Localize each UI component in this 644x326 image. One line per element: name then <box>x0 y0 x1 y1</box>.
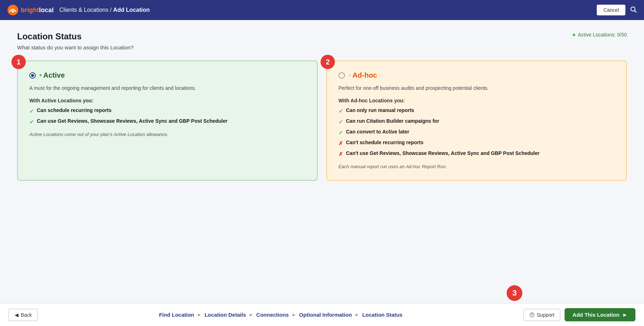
app-header: brightlocal Clients & Locations / Add Lo… <box>0 0 644 20</box>
feature-text: Can use Get Reviews, Showcase Reviews, A… <box>37 118 228 125</box>
feature-text: Can only run manual reports <box>346 107 414 114</box>
chevron-icon-1: ► <box>197 312 202 317</box>
wizard-step-location-status[interactable]: Location Status <box>362 312 402 318</box>
breadcrumb-prefix: Clients & Locations / <box>59 7 113 13</box>
chevron-icon-3: ► <box>292 312 296 317</box>
step-badge-3: 3 <box>507 285 522 301</box>
wizard-step-find-location[interactable]: Find Location <box>159 312 194 318</box>
step-badge-1: 1 <box>11 55 26 69</box>
cancel-button[interactable]: Cancel <box>597 5 625 15</box>
chevron-icon-4: ► <box>355 312 360 317</box>
svg-line-3 <box>635 11 636 12</box>
active-location-card[interactable]: 1 •Active A must for the ongoing managem… <box>17 60 318 181</box>
footer-right: Support Add This Location ► <box>523 308 635 321</box>
chevron-icon-2: ► <box>249 312 253 317</box>
radio-inner <box>31 74 34 77</box>
list-item: ✓ Can only run manual reports <box>338 107 615 115</box>
footer: ◀ Back Find Location ► Location Details … <box>0 303 644 326</box>
breadcrumb-current: Add Location <box>113 7 150 13</box>
logo: brightlocal <box>7 4 54 16</box>
list-item: ✓ Can run Citation Builder campaigns for <box>338 118 615 126</box>
active-card-note: Active Locations come out of your plan's… <box>29 131 306 138</box>
active-radio[interactable] <box>29 72 36 79</box>
list-item: ✗ Can't use Get Reviews, Showcase Review… <box>338 150 615 158</box>
active-locations-badge: ● Active Locations: 0/50 <box>572 31 627 38</box>
adhoc-card-header: ◦Ad-hoc <box>338 71 615 79</box>
active-feature-list: ✓ Can schedule recurring reports ✓ Can u… <box>29 107 306 126</box>
adhoc-radio[interactable] <box>338 72 345 79</box>
logo-brand: brightlocal <box>21 6 54 14</box>
back-label: Back <box>21 312 32 318</box>
check-icon: ✓ <box>338 129 343 136</box>
wizard-step-location-details[interactable]: Location Details <box>205 312 246 318</box>
feature-text: Can convert to Active later <box>346 128 409 136</box>
cross-icon: ✗ <box>338 140 343 147</box>
list-item: ✓ Can use Get Reviews, Showcase Reviews,… <box>29 118 306 126</box>
adhoc-card-title: ◦Ad-hoc <box>348 71 377 79</box>
adhoc-feature-list: ✓ Can only run manual reports ✓ Can run … <box>338 107 615 158</box>
feature-text: Can't schedule recurring reports <box>346 139 424 146</box>
back-arrow-icon: ◀ <box>15 312 19 318</box>
page-subtitle: What status do you want to assign this L… <box>17 44 133 50</box>
wizard-step-optional-info[interactable]: Optional Information <box>299 312 352 318</box>
list-item: ✓ Can convert to Active later <box>338 128 615 136</box>
list-item: ✗ Can't schedule recurring reports <box>338 139 615 147</box>
active-with-label: With Active Locations you: <box>29 98 306 103</box>
add-this-location-button[interactable]: Add This Location ► <box>565 308 635 321</box>
svg-point-1 <box>12 10 14 13</box>
active-card-header: •Active <box>29 71 306 79</box>
wizard-steps: Find Location ► Location Details ► Conne… <box>159 312 402 318</box>
support-label: Support <box>537 312 554 318</box>
cross-icon: ✗ <box>338 150 343 158</box>
adhoc-dot-prefix: ◦ <box>348 71 351 79</box>
breadcrumb: Clients & Locations / Add Location <box>59 7 150 13</box>
active-dot-prefix: • <box>39 71 42 79</box>
check-icon: ✓ <box>338 118 343 126</box>
add-location-label: Add This Location <box>572 312 619 318</box>
list-item: ✓ Can schedule recurring reports <box>29 107 306 115</box>
wizard-step-connections[interactable]: Connections <box>256 312 289 318</box>
search-icon <box>630 6 637 13</box>
feature-text: Can run Citation Builder campaigns for <box>346 118 439 125</box>
adhoc-card-desc: Perfect for one-off business audits and … <box>338 84 615 92</box>
active-card-title: •Active <box>39 71 65 79</box>
adhoc-card-note: Each manual report run uses an Ad-hoc Re… <box>338 164 615 170</box>
adhoc-with-label: With Ad-hoc Locations you: <box>338 98 615 103</box>
feature-text: Can't use Get Reviews, Showcase Reviews,… <box>346 150 540 157</box>
step-badge-2: 2 <box>321 55 335 69</box>
search-button[interactable] <box>630 6 637 15</box>
title-row: Location Status What status do you want … <box>17 31 627 58</box>
active-card-desc: A must for the ongoing management and re… <box>29 84 306 92</box>
question-icon <box>530 312 535 317</box>
check-icon: ✓ <box>29 107 34 115</box>
page-title-section: Location Status What status do you want … <box>17 31 133 58</box>
svg-point-0 <box>8 5 18 15</box>
svg-point-2 <box>631 7 635 11</box>
header-right: Cancel <box>597 5 637 15</box>
logo-icon <box>7 4 19 16</box>
page-title: Location Status <box>17 31 133 42</box>
active-dot-icon: ● <box>572 31 576 38</box>
header-left: brightlocal Clients & Locations / Add Lo… <box>7 4 150 16</box>
main-content: Location Status What status do you want … <box>0 20 644 303</box>
active-locations-text: Active Locations: 0/50 <box>578 32 627 38</box>
back-button[interactable]: ◀ Back <box>9 309 38 321</box>
feature-text: Can schedule recurring reports <box>37 107 112 114</box>
adhoc-location-card[interactable]: 2 ◦Ad-hoc Perfect for one-off business a… <box>326 60 627 181</box>
check-icon: ✓ <box>338 107 343 115</box>
support-button[interactable]: Support <box>523 309 560 321</box>
chevron-right-icon: ► <box>622 312 628 318</box>
check-icon: ✓ <box>29 118 34 126</box>
location-cards: 1 •Active A must for the ongoing managem… <box>17 60 627 181</box>
